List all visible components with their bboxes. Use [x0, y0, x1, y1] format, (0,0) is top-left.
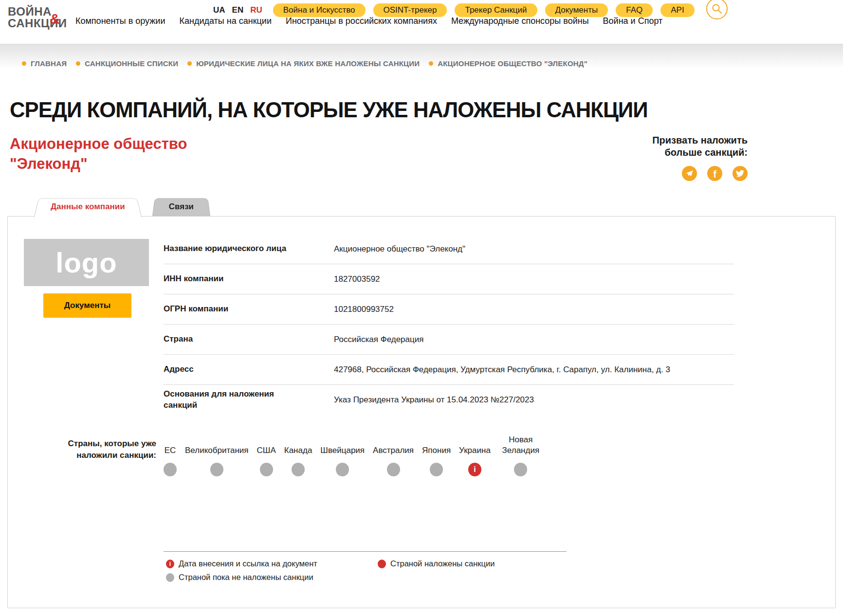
company-data-panel: logo Документы Название юридического лиц… [7, 216, 836, 608]
status-dot [430, 463, 443, 476]
legend-divider [164, 551, 567, 552]
pill-sanctions-tracker[interactable]: Трекер Санкций [455, 3, 537, 17]
table-row: Адресс 427968, Российская Федерация, Удм… [164, 355, 734, 385]
country-ukraine: Украина [459, 431, 491, 476]
cta-social-icons: f [623, 166, 748, 181]
documents-button[interactable]: Документы [43, 293, 131, 318]
lang-ru[interactable]: RU [250, 5, 262, 15]
breadcrumb: ГЛАВНАЯ САНКЦИОННЫЕ СПИСКИ ЮРИДИЧЕСКИЕ Л… [22, 59, 587, 68]
facebook-icon[interactable]: f [707, 166, 722, 181]
nav-war-and-sport[interactable]: Война и Спорт [603, 16, 663, 26]
nav-sanction-candidates[interactable]: Кандидаты на санкции [179, 16, 272, 26]
telegram-icon[interactable] [682, 166, 697, 181]
company-logo-placeholder: logo [24, 239, 149, 286]
pill-documents[interactable]: Документы [545, 3, 608, 17]
pill-osint-tracker[interactable]: OSINT-трекер [373, 3, 447, 17]
search-button[interactable] [706, 0, 728, 19]
pill-faq[interactable]: FAQ [616, 3, 653, 17]
sanction-countries-label: Страны, которые уже наложили санкции: [53, 438, 156, 461]
lang-en[interactable]: EN [232, 5, 244, 15]
status-dot [164, 463, 177, 476]
country-switzerland: Швейцария [320, 431, 365, 476]
pill-api[interactable]: API [660, 3, 694, 17]
red-dot-icon [378, 560, 386, 568]
country-australia: Австралия [373, 431, 414, 476]
legend-item-info: Дата внесения и ссылка на документ [166, 558, 378, 570]
table-row: Основания для наложения санкций Указ Пре… [164, 385, 734, 415]
sanction-countries-row: ЕС Великобритания США Канада Швейцария А… [164, 431, 543, 476]
bullet-icon [76, 61, 80, 66]
breadcrumb-legal-entities[interactable]: ЮРИДИЧЕСКИЕ ЛИЦА НА ЯКИХ ВЖЕ НАЛОЖЕНЫ СА… [187, 59, 420, 68]
language-switcher: UA EN RU [213, 5, 262, 15]
company-title: Акционерное общество "Элеконд" [10, 134, 243, 174]
status-dot [260, 463, 273, 476]
breadcrumb-sanction-lists[interactable]: САНКЦИОННЫЕ СПИСКИ [76, 59, 178, 68]
legend-item-sanctioned: Страной наложены санкции [378, 558, 495, 570]
site-logo[interactable]: ВОЙНА & САНКЦИИ [8, 6, 67, 29]
status-dot [210, 463, 223, 476]
table-row: ОГРН компании 1021800993752 [164, 294, 734, 325]
cta-text: Призвать наложить больше санкций: [623, 134, 748, 159]
logo-ampersand: & [50, 12, 60, 26]
nav-weapon-components[interactable]: Компоненты в оружии [75, 16, 165, 26]
site-header: ВОЙНА & САНКЦИИ UA EN RU Война и Искусст… [0, 0, 843, 44]
nav-war-sponsors[interactable]: Международные спонсоры войны [451, 16, 589, 26]
country-new-zealand: Новая Зеландия [499, 431, 543, 476]
pill-war-and-art[interactable]: Война и Искусство [273, 3, 366, 17]
status-dot [387, 463, 400, 476]
table-row: ИНН компании 1827003592 [164, 264, 734, 294]
page-title: СРЕДИ КОМПАНИЙ, НА КОТОРЫЕ УЖЕ НАЛОЖЕНЫ … [10, 97, 648, 123]
call-to-action: Призвать наложить больше санкций: f [623, 134, 748, 181]
country-japan: Япония [422, 431, 451, 476]
lang-ua[interactable]: UA [213, 5, 225, 15]
legend-item-not-sanctioned: Страной пока не наложены санкции [166, 572, 378, 583]
bullet-icon [22, 61, 26, 66]
ukraine-info-dot[interactable] [468, 463, 481, 476]
breadcrumb-home[interactable]: ГЛАВНАЯ [22, 59, 67, 68]
main-nav: Компоненты в оружии Кандидаты на санкции… [75, 16, 662, 26]
table-row: Название юридического лица Акционерное о… [164, 234, 734, 264]
country-usa: США [257, 431, 276, 476]
status-dot [514, 463, 527, 476]
info-dot-icon [166, 560, 174, 568]
country-eu: ЕС [164, 431, 177, 476]
breadcrumb-current-company[interactable]: АКЦИОНЕРНОЕ ОБЩЕСТВО "ЭЛЕКОНД" [429, 59, 587, 68]
sanctions-legend: Дата внесения и ссылка на документ Стран… [166, 558, 495, 583]
twitter-icon[interactable] [733, 166, 748, 181]
country-canada: Канада [284, 431, 312, 476]
gray-dot-icon [166, 573, 174, 582]
bullet-icon [429, 61, 433, 66]
search-icon [711, 3, 723, 15]
status-dot [336, 463, 349, 476]
table-row: Страна Российская Федерация [164, 325, 734, 355]
tab-relations[interactable]: Связи [152, 197, 210, 216]
tab-company-data[interactable]: Данные компании [34, 197, 142, 217]
status-dot [292, 463, 305, 476]
nav-foreigners-in-companies[interactable]: Иностранцы в российских компаниях [286, 16, 437, 26]
tab-bar: Данные компании Связи [34, 197, 210, 217]
bullet-icon [187, 61, 192, 66]
country-uk: Великобритания [185, 431, 249, 476]
company-info-table: Название юридического лица Акционерное о… [164, 234, 734, 415]
